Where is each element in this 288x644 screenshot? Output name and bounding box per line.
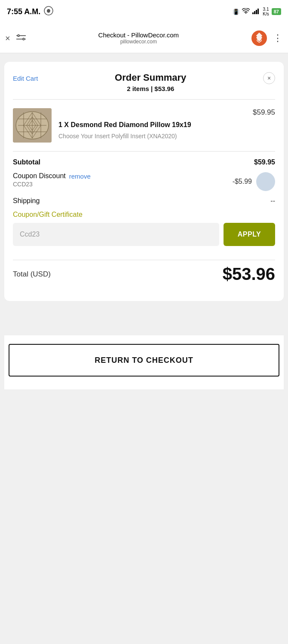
signal-icon bbox=[252, 8, 260, 15]
product-info: $59.95 1 X Desmond Red Diamond Pillow 19… bbox=[58, 108, 275, 143]
whatsapp-icon bbox=[44, 6, 53, 18]
shipping-label: Shipping bbox=[13, 197, 40, 205]
coupon-label-line: Coupon Discount remove bbox=[13, 172, 91, 180]
browser-url-area: Checkout - PillowDecor.com pillowdecor.c… bbox=[32, 31, 245, 45]
battery-indicator: 87 bbox=[272, 8, 281, 15]
network-speed: 3.1K/s bbox=[263, 7, 269, 16]
total-row: Total (USD) $53.96 bbox=[13, 264, 275, 284]
svg-point-6 bbox=[23, 38, 25, 40]
svg-rect-4 bbox=[257, 9, 259, 14]
wifi-icon bbox=[242, 8, 250, 15]
browser-url: pillowdecor.com bbox=[120, 39, 157, 45]
total-label: Total (USD) bbox=[13, 270, 51, 279]
coupon-spinner bbox=[256, 172, 275, 191]
svg-rect-2 bbox=[254, 11, 255, 14]
browser-bar: × Checkout - PillowDecor.com pillowdecor… bbox=[0, 23, 288, 53]
subtotal-row: Subtotal $59.95 bbox=[13, 158, 275, 166]
coupon-discount-label-area: Coupon Discount remove CCD23 bbox=[13, 172, 91, 188]
coupon-input[interactable] bbox=[13, 223, 219, 246]
product-image bbox=[13, 108, 52, 143]
svg-rect-3 bbox=[256, 10, 257, 14]
order-close-button[interactable]: × bbox=[263, 72, 275, 84]
subtotal-value: $59.95 bbox=[254, 158, 275, 166]
total-section: Total (USD) $53.96 bbox=[4, 260, 284, 292]
shipping-row: Shipping -- bbox=[13, 197, 275, 205]
status-bar: 7:55 A.M. 📳 3.1K/s 87 bbox=[0, 0, 288, 23]
total-value: $53.96 bbox=[223, 264, 275, 284]
product-row: $59.95 1 X Desmond Red Diamond Pillow 19… bbox=[4, 100, 284, 151]
browser-more-button[interactable]: ⋮ bbox=[273, 33, 283, 44]
svg-point-5 bbox=[18, 35, 19, 36]
coupon-input-row: APPLY bbox=[13, 223, 275, 246]
browser-close-button[interactable]: × bbox=[5, 34, 10, 43]
coupon-discount-row: Coupon Discount remove CCD23 -$5.99 bbox=[13, 172, 275, 191]
browser-page-title: Checkout - PillowDecor.com bbox=[98, 31, 179, 39]
status-time-area: 7:55 A.M. bbox=[7, 6, 53, 18]
coupon-discount-label: Coupon Discount bbox=[13, 172, 66, 180]
product-name: 1 X Desmond Red Diamond Pillow 19x19 bbox=[58, 120, 275, 130]
summary-section: Subtotal $59.95 Coupon Discount remove C… bbox=[4, 152, 284, 260]
browser-filter-icon[interactable] bbox=[16, 33, 26, 43]
return-to-checkout-button[interactable]: RETURN TO CHECKOUT bbox=[9, 344, 279, 377]
vibrate-icon: 📳 bbox=[233, 9, 239, 15]
apply-coupon-button[interactable]: APPLY bbox=[224, 223, 275, 246]
subtotal-label: Subtotal bbox=[13, 158, 40, 166]
shipping-value: -- bbox=[270, 197, 275, 205]
coupon-discount-value: -$5.99 bbox=[233, 178, 252, 185]
product-description: Choose Your Insert Polyfill Insert (XNA2… bbox=[58, 132, 275, 141]
order-title-area: Order Summary 2 items | $53.96 bbox=[38, 72, 263, 92]
coupon-code: CCD23 bbox=[13, 181, 91, 188]
order-header: Edit Cart Order Summary 2 items | $53.96… bbox=[4, 62, 284, 99]
edit-cart-link[interactable]: Edit Cart bbox=[13, 72, 38, 82]
checkout-button-wrapper: RETURN TO CHECKOUT bbox=[4, 335, 284, 389]
svg-rect-1 bbox=[252, 12, 254, 14]
order-title: Order Summary bbox=[38, 72, 263, 83]
remove-coupon-link[interactable]: remove bbox=[69, 173, 91, 180]
brave-logo-icon bbox=[251, 30, 267, 46]
product-price: $59.95 bbox=[58, 108, 275, 117]
status-time: 7:55 A.M. bbox=[7, 7, 40, 16]
coupon-gift-label: Coupon/Gift Certificate bbox=[13, 211, 275, 219]
order-summary-card: Edit Cart Order Summary 2 items | $53.96… bbox=[4, 62, 284, 301]
order-subtitle: 2 items | $53.96 bbox=[38, 85, 263, 92]
status-icons: 📳 3.1K/s 87 bbox=[233, 7, 281, 16]
